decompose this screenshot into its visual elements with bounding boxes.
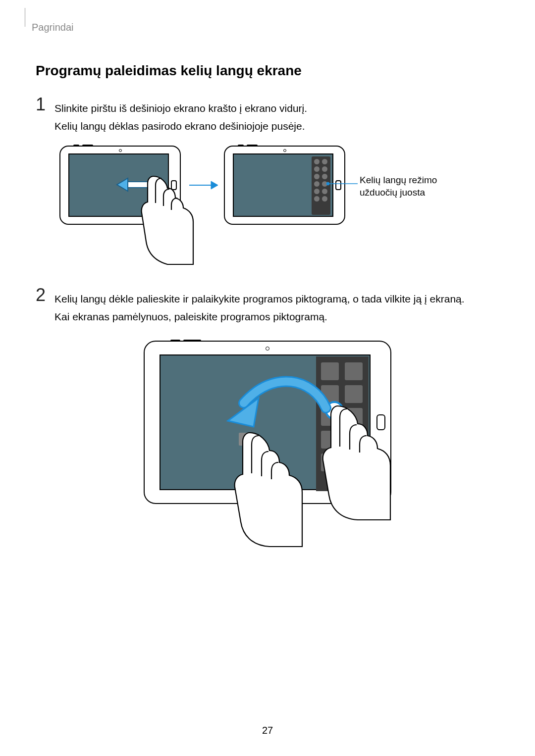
callout-line-1: Kelių langų režimo: [360, 174, 437, 187]
figure-1: Kelių langų režimo užduočių juosta: [50, 146, 499, 274]
callout-line-2: užduočių juosta: [360, 187, 437, 199]
svg-marker-3: [211, 181, 218, 189]
hand-drop-icon: [228, 429, 312, 548]
tablet-left: [59, 146, 181, 225]
camera-icon: [283, 149, 286, 152]
figure-2: [144, 341, 391, 554]
step-2-line-1: Kelių langų dėkle palieskite ir palaikyk…: [54, 290, 499, 308]
step-1-line-2: Kelių langų dėklas pasirodo ekrano dešin…: [54, 117, 499, 135]
step-2: 2 Kelių langų dėkle palieskite ir palaik…: [36, 289, 499, 325]
section-title: Programų paleidimas kelių langų ekrane: [36, 63, 499, 79]
step-1-number: 1: [36, 96, 51, 113]
transition-arrow-icon: [189, 179, 219, 191]
camera-icon: [119, 149, 122, 152]
step-1-line-1: Slinkite pirštu iš dešiniojo ekrano kraš…: [54, 100, 499, 117]
callout-line-icon: [326, 181, 358, 186]
step-2-line-2: Kai ekranas pamėlynuos, paleiskite progr…: [54, 308, 499, 326]
step-2-number: 2: [36, 286, 51, 304]
svg-marker-1: [117, 178, 128, 191]
step-1: 1 Slinkite pirštu iš dešiniojo ekrano kr…: [36, 99, 499, 135]
tablet-large: [144, 341, 391, 504]
callout-label: Kelių langų režimo užduočių juosta: [360, 174, 437, 199]
hand-drag-icon: [316, 402, 400, 521]
camera-icon: [266, 347, 269, 351]
header-section: Pagrindai: [32, 22, 499, 33]
page-number: 27: [0, 725, 535, 736]
